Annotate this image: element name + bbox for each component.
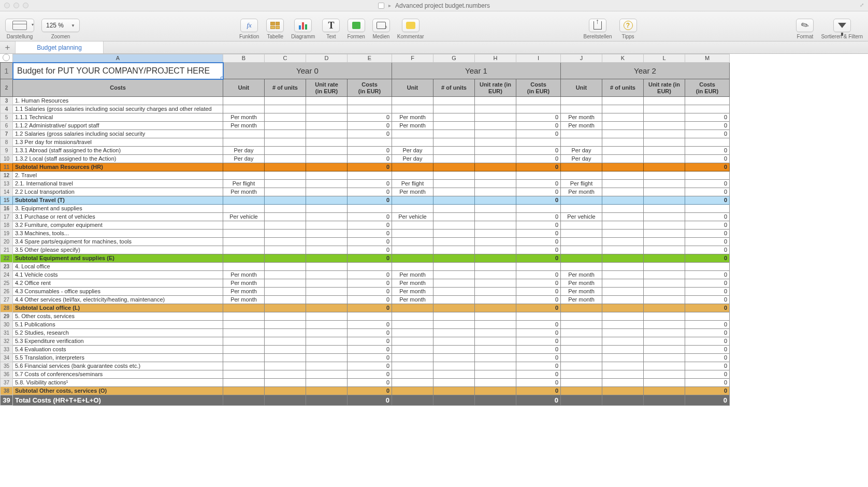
cell[interactable]: 0 — [685, 188, 730, 196]
cell[interactable] — [433, 304, 475, 312]
cell[interactable]: 1.3.1 Abroad (staff assigned to the Acti… — [13, 147, 223, 155]
function-button[interactable]: fx — [240, 19, 258, 32]
cell[interactable] — [516, 105, 561, 113]
cell[interactable] — [392, 246, 433, 254]
col-header-D[interactable]: D — [306, 54, 348, 63]
cell[interactable] — [265, 180, 306, 188]
cell[interactable] — [516, 312, 561, 321]
cell[interactable]: 0 — [685, 147, 730, 155]
cell[interactable]: 0 — [516, 362, 561, 370]
cell[interactable] — [644, 354, 685, 362]
row-header[interactable]: 37 — [1, 379, 13, 387]
cell[interactable] — [306, 329, 348, 337]
cell[interactable] — [223, 329, 265, 337]
cell[interactable] — [685, 205, 730, 213]
cell[interactable] — [433, 97, 475, 105]
cell-costs-hdr[interactable]: Costs — [13, 79, 223, 97]
cell[interactable] — [306, 221, 348, 230]
cell[interactable] — [306, 379, 348, 387]
cell[interactable] — [475, 122, 516, 130]
cell[interactable] — [561, 130, 602, 138]
cell[interactable] — [644, 155, 685, 163]
cell[interactable] — [475, 155, 516, 163]
cell[interactable] — [602, 263, 644, 271]
cell[interactable] — [223, 130, 265, 138]
cell[interactable]: Per day — [561, 155, 602, 163]
cell[interactable] — [306, 122, 348, 130]
cell[interactable]: 1.1.1 Technical — [13, 113, 223, 122]
cell[interactable]: 4.1 Vehicle costs — [13, 271, 223, 279]
cell[interactable]: Costs(in EUR) — [516, 79, 561, 97]
cell[interactable]: Per month — [561, 188, 602, 196]
cell[interactable]: # of units — [433, 79, 475, 97]
cell[interactable] — [433, 138, 475, 147]
cell[interactable] — [433, 246, 475, 254]
cell[interactable]: Per vehicle — [223, 213, 265, 221]
col-header-J[interactable]: J — [561, 54, 602, 63]
cell[interactable]: 3.5 Other (please specify) — [13, 246, 223, 254]
row-header[interactable]: 7 — [1, 130, 13, 138]
format-button[interactable]: ✎ — [796, 19, 814, 32]
row-header[interactable]: 34 — [1, 354, 13, 362]
cell[interactable] — [433, 312, 475, 321]
cell[interactable] — [433, 122, 475, 130]
cell[interactable] — [392, 130, 433, 138]
cell[interactable]: 0 — [516, 321, 561, 329]
col-header-M[interactable]: M — [685, 54, 730, 63]
cell[interactable] — [644, 304, 685, 312]
cell[interactable]: Per month — [392, 188, 433, 196]
cell[interactable] — [475, 379, 516, 387]
cell[interactable] — [265, 387, 306, 395]
table-handle[interactable] — [3, 54, 10, 61]
cell[interactable]: 5.3 Expenditure verification — [13, 337, 223, 346]
cell[interactable]: 0 — [685, 279, 730, 288]
cell[interactable] — [644, 130, 685, 138]
cell[interactable]: Per month — [392, 279, 433, 288]
cell[interactable] — [306, 205, 348, 213]
cell[interactable]: 0 — [348, 395, 392, 406]
cell[interactable] — [306, 147, 348, 155]
cell[interactable] — [644, 279, 685, 288]
cell[interactable] — [644, 138, 685, 147]
cell[interactable] — [433, 346, 475, 354]
cell[interactable]: Per vehicle — [561, 213, 602, 221]
cell[interactable] — [561, 205, 602, 213]
row-header[interactable]: 16 — [1, 205, 13, 213]
cell[interactable]: 0 — [348, 221, 392, 230]
row-header[interactable]: 1 — [1, 63, 13, 79]
cell[interactable]: 0 — [685, 288, 730, 296]
cell[interactable]: 0 — [348, 329, 392, 337]
sort-filter-button[interactable] — [833, 19, 851, 32]
cell[interactable] — [306, 271, 348, 279]
cell[interactable] — [602, 221, 644, 230]
cell[interactable] — [602, 296, 644, 304]
cell[interactable] — [561, 370, 602, 379]
cell[interactable]: 0 — [348, 288, 392, 296]
cell[interactable] — [392, 221, 433, 230]
cell[interactable] — [223, 304, 265, 312]
cell[interactable]: Subtotal Other costs, services (O) — [13, 387, 223, 395]
cell[interactable] — [433, 171, 475, 180]
cell[interactable] — [475, 196, 516, 205]
cell[interactable] — [475, 354, 516, 362]
cell[interactable] — [602, 155, 644, 163]
cell[interactable] — [602, 304, 644, 312]
cell[interactable]: 0 — [348, 370, 392, 379]
cell[interactable]: 5. Other costs, services — [13, 312, 223, 321]
cell[interactable] — [602, 246, 644, 254]
cell[interactable] — [475, 279, 516, 288]
cell[interactable]: Per flight — [223, 180, 265, 188]
cell[interactable] — [561, 163, 602, 171]
col-header-G[interactable]: G — [433, 54, 475, 63]
cell[interactable]: Per month — [561, 113, 602, 122]
cell[interactable]: Total Costs (HR+T+E+L+O) — [13, 395, 223, 406]
cell[interactable]: 0 — [685, 163, 730, 171]
cell[interactable] — [223, 205, 265, 213]
cell[interactable] — [265, 188, 306, 196]
cell[interactable] — [433, 354, 475, 362]
cell[interactable] — [602, 329, 644, 337]
cell[interactable] — [433, 221, 475, 230]
row-header[interactable]: 22 — [1, 254, 13, 263]
sheet-tab-active[interactable]: Budget planning — [16, 41, 104, 53]
cell[interactable] — [306, 296, 348, 304]
